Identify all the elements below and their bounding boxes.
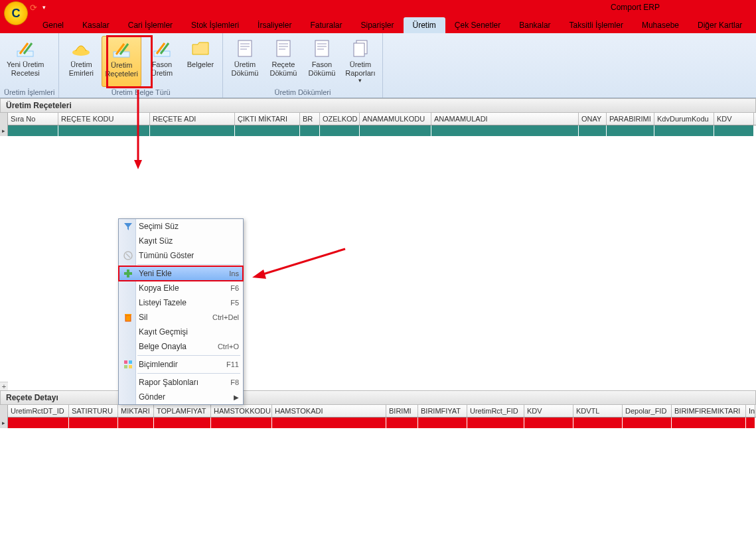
column-header[interactable]: ANAMAMULADI	[431, 113, 579, 125]
tab-genel[interactable]: Genel	[33, 17, 73, 33]
refresh-icon[interactable]: ⟳	[30, 3, 37, 13]
tab-diğer-kartlar[interactable]: Diğer Kartlar	[688, 17, 751, 33]
ribbon-label: Dökümü	[308, 69, 335, 78]
cell[interactable]	[431, 125, 579, 136]
cell[interactable]	[69, 418, 118, 428]
column-header[interactable]: REÇETE KODU	[58, 113, 150, 125]
column-header[interactable]: KDVTL	[573, 405, 623, 417]
cell[interactable]	[573, 418, 623, 428]
column-header[interactable]: BR	[300, 113, 320, 125]
tab-siparişler[interactable]: Siparişler	[351, 17, 403, 33]
column-header[interactable]: KDV	[524, 405, 573, 417]
cell[interactable]	[211, 418, 272, 428]
tab-i̇rsaliyeler[interactable]: İrsaliyeler	[248, 17, 301, 33]
column-header[interactable]: UretimRctDT_ID	[8, 405, 69, 417]
cell[interactable]	[320, 125, 360, 136]
svg-rect-23	[354, 43, 364, 56]
column-header[interactable]: HAMSTOKKODU	[211, 405, 272, 417]
tab-stok-i̇şlemleri[interactable]: Stok İşlemleri	[182, 17, 248, 33]
column-header[interactable]: ANAMAMULKODU	[360, 113, 431, 125]
ribbon-üretim-reçeteleri[interactable]: ÜretimReçeteleri	[102, 36, 141, 87]
dropdown-icon[interactable]: ▾	[42, 4, 46, 11]
cell[interactable]	[118, 418, 154, 428]
menu-bi-imlendir[interactable]: BiçimlendirF11	[119, 357, 243, 372]
grid2-data-row[interactable]	[8, 418, 756, 428]
cell[interactable]	[714, 125, 754, 136]
menu-t-m-n-g-ster[interactable]: Tümünü Göster	[119, 248, 243, 263]
cell[interactable]	[386, 418, 418, 428]
ribbon-label: Fason	[312, 60, 333, 69]
column-header[interactable]: ONAY	[579, 113, 607, 125]
cell[interactable]	[58, 125, 150, 136]
cell[interactable]	[654, 125, 714, 136]
cell[interactable]	[8, 125, 58, 136]
menu-rapor-ablonlar-[interactable]: Rapor ŞablonlarıF8	[119, 375, 243, 390]
menu-g-nder[interactable]: Gönder▶	[119, 390, 243, 404]
cell[interactable]	[607, 125, 654, 136]
menu-belge-onayla[interactable]: Belge OnaylaCtrl+O	[119, 339, 243, 354]
ribbon-fason-üretim[interactable]: FasonÜretim	[144, 36, 180, 87]
column-header[interactable]: MIKTARI	[118, 405, 154, 417]
column-header[interactable]: SATIRTURU	[69, 405, 118, 417]
column-header[interactable]: KDV	[714, 113, 754, 125]
delete-icon	[123, 312, 133, 323]
ribbon-fason-dökümü[interactable]: FasonDökümü	[304, 36, 340, 87]
column-header[interactable]: ÇIKTI MİKTARI	[235, 113, 300, 125]
column-header[interactable]: BIRIMI	[386, 405, 418, 417]
menu-sil[interactable]: SilCtrl+Del	[119, 310, 243, 325]
ribbon-yeni-üretim-recetesi[interactable]: Yeni ÜretimRecetesi	[4, 36, 46, 87]
filter-icon	[123, 221, 133, 232]
ribbon-üretim-dökümü[interactable]: ÜretimDökümü	[227, 36, 263, 87]
menu-se-imi-s-z[interactable]: Seçimi Süz	[119, 219, 243, 234]
cell[interactable]	[418, 418, 467, 428]
cell[interactable]	[235, 125, 300, 136]
column-header[interactable]: BIRIMFIYAT	[418, 405, 467, 417]
cell[interactable]	[579, 125, 607, 136]
column-header[interactable]: UretimRct_FID	[467, 405, 524, 417]
column-header[interactable]: Sıra No	[8, 113, 58, 125]
cell[interactable]	[672, 418, 746, 428]
column-header[interactable]: KdvDurumKodu	[654, 113, 714, 125]
cell[interactable]	[623, 418, 672, 428]
tab-cari-i̇şlemler[interactable]: Cari İşlemler	[119, 17, 182, 33]
grid1-data-row[interactable]	[8, 125, 756, 136]
ribbon-üretim-emirleri[interactable]: ÜretimEmirleri	[63, 36, 99, 87]
menu-kay-t-s-z[interactable]: Kayıt Süz	[119, 234, 243, 248]
column-header[interactable]: PARABIRIMI	[607, 113, 654, 125]
ribbon-reçete-dökümü[interactable]: ReçeteDökümü	[265, 36, 301, 87]
tab-kasalar[interactable]: Kasalar	[73, 17, 119, 33]
cell[interactable]	[272, 418, 386, 428]
column-header[interactable]: HAMSTOKADI	[272, 405, 386, 417]
tab-bankalar[interactable]: Bankalar	[510, 17, 560, 33]
ribbon-belgeler-[interactable]: Belgeler	[183, 36, 218, 87]
cell[interactable]	[746, 418, 755, 428]
grid1-add-row[interactable]: +	[0, 382, 8, 390]
cell[interactable]	[467, 418, 524, 428]
svg-rect-33	[129, 365, 132, 368]
tab-çek-senetler[interactable]: Çek Senetler	[445, 17, 510, 33]
menu-kopya-ekle[interactable]: Kopya EkleF6	[119, 281, 243, 295]
column-header[interactable]: TOPLAMFIYAT	[154, 405, 211, 417]
menu-yeni-ekle[interactable]: Yeni EkleIns	[119, 266, 243, 281]
cell[interactable]	[150, 125, 235, 136]
ribbon-üretim-raporları[interactable]: ÜretimRaporları ▾	[342, 36, 378, 87]
column-header[interactable]: In	[746, 405, 755, 417]
app-logo[interactable]: C	[4, 1, 28, 25]
tab-üretim[interactable]: Üretim	[404, 17, 445, 33]
cell[interactable]	[360, 125, 431, 136]
column-header[interactable]: Depolar_FID	[623, 405, 672, 417]
tab-taksitli-i̇şlemler[interactable]: Taksitli İşlemler	[560, 17, 633, 33]
column-header[interactable]: BIRIMFIREMIKTARI	[672, 405, 746, 417]
menu-kay-t-ge-mi-i[interactable]: Kayıt Geçmişi	[119, 325, 243, 339]
cell[interactable]	[300, 125, 320, 136]
menu-label: Rapor Şablonları	[139, 378, 198, 387]
menu-shortcut: F11	[226, 360, 239, 368]
cell[interactable]	[8, 418, 69, 428]
column-header[interactable]: OZELKOD	[320, 113, 360, 125]
menu-listeyi-tazele[interactable]: Listeyi TazeleF5	[119, 295, 243, 310]
tab-faturalar[interactable]: Faturalar	[301, 17, 351, 33]
cell[interactable]	[524, 418, 573, 428]
column-header[interactable]: REÇETE ADI	[150, 113, 235, 125]
cell[interactable]	[154, 418, 211, 428]
tab-muhasebe[interactable]: Muhasebe	[633, 17, 688, 33]
